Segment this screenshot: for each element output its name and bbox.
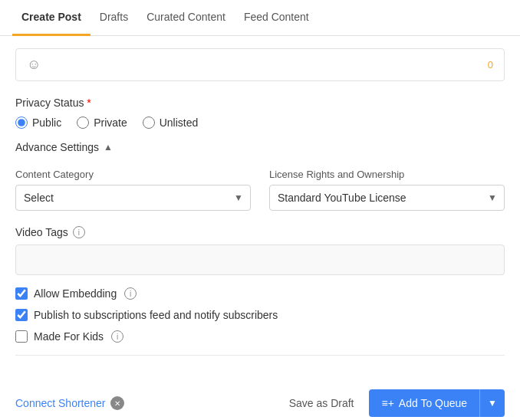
- char-count: 0: [488, 59, 493, 71]
- made-for-kids-info-icon[interactable]: i: [111, 330, 123, 343]
- tabs-bar: Create Post Drafts Curated Content Feed …: [0, 0, 520, 36]
- publish-subscriptions-checkbox[interactable]: [15, 309, 28, 321]
- made-for-kids-label: Made For Kids: [34, 330, 104, 343]
- publish-subscriptions-row[interactable]: Publish to subscriptions feed and notify…: [15, 309, 505, 321]
- privacy-option-unlisted[interactable]: Unlisted: [143, 116, 199, 129]
- made-for-kids-row[interactable]: Made For Kids i: [15, 330, 505, 343]
- video-tags-section: Video Tags i: [15, 226, 505, 275]
- add-to-queue-label: Add To Queue: [399, 397, 467, 409]
- privacy-option-public[interactable]: Public: [15, 116, 61, 129]
- content-category-label: Content Category: [15, 169, 251, 180]
- publish-subscriptions-label: Publish to subscriptions feed and notify…: [34, 309, 278, 321]
- license-col: License Rights and Ownership Standard Yo…: [269, 169, 505, 211]
- save-draft-button[interactable]: Save as Draft: [280, 391, 364, 415]
- privacy-private-label: Private: [94, 116, 127, 129]
- emoji-icon[interactable]: ☺: [27, 57, 41, 73]
- footer-divider: [15, 355, 505, 356]
- privacy-status-section: Privacy Status * Public Private Unlisted: [15, 97, 505, 129]
- main-content: ☺ 0 Privacy Status * Public Private Unli…: [0, 36, 520, 380]
- add-queue-dropdown-button[interactable]: ▼: [479, 389, 505, 417]
- content-category-col: Content Category Select ▼: [15, 169, 251, 211]
- allow-embedding-checkbox[interactable]: [15, 287, 28, 300]
- allow-embedding-info-icon[interactable]: i: [124, 287, 137, 300]
- tab-drafts[interactable]: Drafts: [91, 0, 137, 36]
- video-tags-label-row: Video Tags i: [15, 226, 505, 238]
- connect-shortener-link[interactable]: Connect Shortener ✕: [15, 396, 124, 410]
- allow-embedding-label: Allow Embedding: [34, 287, 117, 300]
- license-label: License Rights and Ownership: [269, 169, 505, 180]
- checkboxes-section: Allow Embedding i Publish to subscriptio…: [15, 287, 505, 343]
- advance-settings-toggle[interactable]: Advance Settings ▲: [15, 141, 505, 153]
- tab-curated-content[interactable]: Curated Content: [137, 0, 235, 36]
- license-select[interactable]: Standard YouTube License Creative Common…: [269, 185, 505, 211]
- close-icon[interactable]: ✕: [110, 396, 124, 410]
- chevron-up-icon: ▲: [104, 142, 113, 153]
- made-for-kids-checkbox[interactable]: [15, 330, 28, 343]
- chevron-down-icon-queue: ▼: [488, 398, 497, 409]
- list-icon: ≡+: [381, 397, 393, 409]
- add-to-queue-button[interactable]: ≡+ Add To Queue: [369, 389, 479, 417]
- connect-shortener-label: Connect Shortener: [15, 397, 106, 409]
- license-select-wrapper: Standard YouTube License Creative Common…: [269, 185, 505, 211]
- privacy-option-private[interactable]: Private: [77, 116, 127, 129]
- add-to-queue-wrapper: ≡+ Add To Queue ▼: [369, 389, 505, 417]
- privacy-radio-group: Public Private Unlisted: [15, 116, 505, 129]
- privacy-status-label: Privacy Status *: [15, 97, 505, 109]
- video-tags-info-icon[interactable]: i: [73, 226, 85, 238]
- allow-embedding-row[interactable]: Allow Embedding i: [15, 287, 505, 300]
- content-category-select[interactable]: Select: [15, 185, 251, 211]
- privacy-public-label: Public: [32, 116, 61, 129]
- video-tags-input[interactable]: [15, 244, 505, 275]
- required-marker: *: [84, 97, 91, 109]
- two-col-row: Content Category Select ▼ License Rights…: [15, 169, 505, 211]
- footer-bar: Connect Shortener ✕ Save as Draft ≡+ Add…: [0, 380, 520, 420]
- tab-feed-content[interactable]: Feed Content: [235, 0, 318, 36]
- content-category-select-wrapper: Select ▼: [15, 185, 251, 211]
- tab-create-post[interactable]: Create Post: [12, 0, 91, 36]
- text-input-bar: ☺ 0: [15, 48, 505, 81]
- footer-actions: Save as Draft ≡+ Add To Queue ▼: [280, 389, 505, 417]
- advance-settings-label: Advance Settings: [15, 141, 99, 153]
- privacy-unlisted-label: Unlisted: [160, 116, 199, 129]
